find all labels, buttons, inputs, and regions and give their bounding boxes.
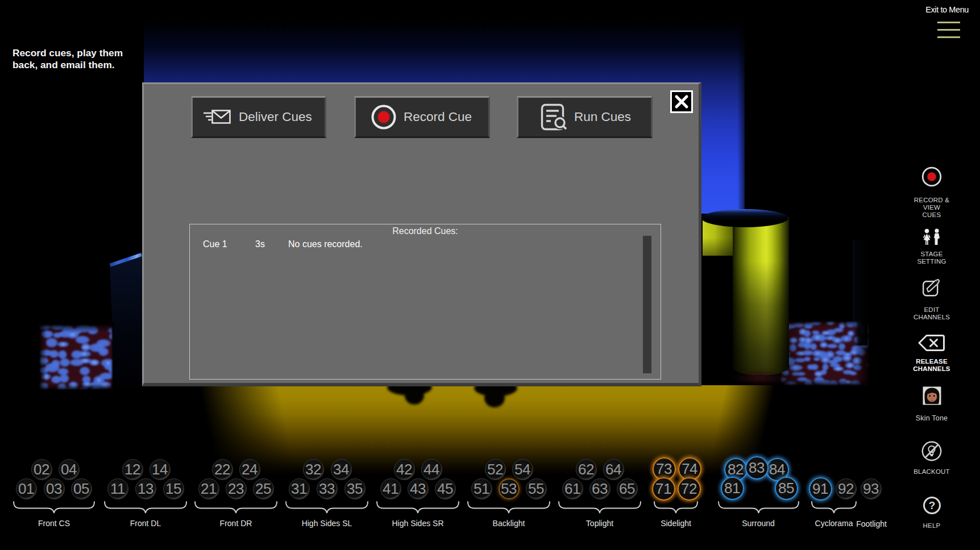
svg-text:?: ? xyxy=(928,499,935,511)
